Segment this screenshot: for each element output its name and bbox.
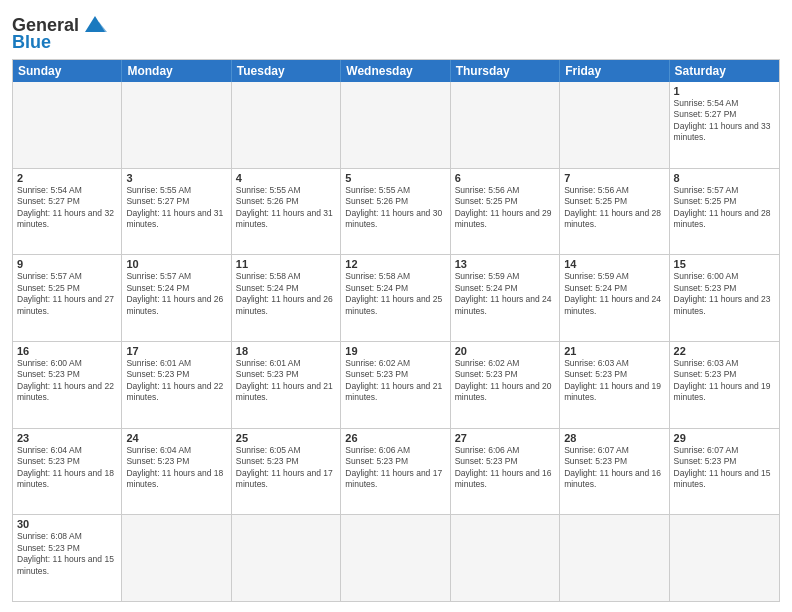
day-number: 23 (17, 432, 117, 444)
calendar-cell-w4-d3: 26Sunrise: 6:06 AM Sunset: 5:23 PM Dayli… (341, 429, 450, 515)
calendar-cell-w2-d1: 10Sunrise: 5:57 AM Sunset: 5:24 PM Dayli… (122, 255, 231, 341)
day-number: 3 (126, 172, 226, 184)
logo: General Blue (12, 10, 109, 53)
calendar-cell-w5-d2 (232, 515, 341, 601)
calendar-cell-w4-d5: 28Sunrise: 6:07 AM Sunset: 5:23 PM Dayli… (560, 429, 669, 515)
day-number: 21 (564, 345, 664, 357)
calendar-cell-w1-d5: 7Sunrise: 5:56 AM Sunset: 5:25 PM Daylig… (560, 169, 669, 255)
day-number: 7 (564, 172, 664, 184)
cell-text: Sunrise: 5:57 AM Sunset: 5:24 PM Dayligh… (126, 271, 226, 317)
day-number: 18 (236, 345, 336, 357)
cell-text: Sunrise: 6:01 AM Sunset: 5:23 PM Dayligh… (236, 358, 336, 404)
day-number: 9 (17, 258, 117, 270)
day-number: 17 (126, 345, 226, 357)
calendar-cell-w0-d0 (13, 82, 122, 168)
day-number: 11 (236, 258, 336, 270)
cell-text: Sunrise: 6:00 AM Sunset: 5:23 PM Dayligh… (17, 358, 117, 404)
day-number: 22 (674, 345, 775, 357)
day-number: 15 (674, 258, 775, 270)
cell-text: Sunrise: 5:54 AM Sunset: 5:27 PM Dayligh… (17, 185, 117, 231)
header-day-tuesday: Tuesday (232, 60, 341, 82)
calendar-cell-w3-d3: 19Sunrise: 6:02 AM Sunset: 5:23 PM Dayli… (341, 342, 450, 428)
cell-text: Sunrise: 5:56 AM Sunset: 5:25 PM Dayligh… (455, 185, 555, 231)
day-number: 25 (236, 432, 336, 444)
page: General Blue SundayMondayTuesdayWednesda… (0, 0, 792, 612)
logo-blue-text: Blue (12, 32, 51, 53)
calendar-cell-w4-d1: 24Sunrise: 6:04 AM Sunset: 5:23 PM Dayli… (122, 429, 231, 515)
cell-text: Sunrise: 6:03 AM Sunset: 5:23 PM Dayligh… (564, 358, 664, 404)
cell-text: Sunrise: 5:58 AM Sunset: 5:24 PM Dayligh… (236, 271, 336, 317)
cell-text: Sunrise: 5:57 AM Sunset: 5:25 PM Dayligh… (17, 271, 117, 317)
cell-text: Sunrise: 6:00 AM Sunset: 5:23 PM Dayligh… (674, 271, 775, 317)
calendar-cell-w2-d5: 14Sunrise: 5:59 AM Sunset: 5:24 PM Dayli… (560, 255, 669, 341)
calendar-cell-w4-d0: 23Sunrise: 6:04 AM Sunset: 5:23 PM Dayli… (13, 429, 122, 515)
day-number: 8 (674, 172, 775, 184)
calendar-cell-w0-d3 (341, 82, 450, 168)
day-number: 26 (345, 432, 445, 444)
cell-text: Sunrise: 5:57 AM Sunset: 5:25 PM Dayligh… (674, 185, 775, 231)
calendar-cell-w5-d5 (560, 515, 669, 601)
calendar: SundayMondayTuesdayWednesdayThursdayFrid… (12, 59, 780, 602)
cell-text: Sunrise: 6:03 AM Sunset: 5:23 PM Dayligh… (674, 358, 775, 404)
cell-text: Sunrise: 5:59 AM Sunset: 5:24 PM Dayligh… (455, 271, 555, 317)
header-day-saturday: Saturday (670, 60, 779, 82)
cell-text: Sunrise: 5:56 AM Sunset: 5:25 PM Dayligh… (564, 185, 664, 231)
cell-text: Sunrise: 6:05 AM Sunset: 5:23 PM Dayligh… (236, 445, 336, 491)
cell-text: Sunrise: 5:55 AM Sunset: 5:26 PM Dayligh… (345, 185, 445, 231)
calendar-body: 1Sunrise: 5:54 AM Sunset: 5:27 PM Daylig… (13, 82, 779, 601)
cell-text: Sunrise: 6:06 AM Sunset: 5:23 PM Dayligh… (455, 445, 555, 491)
day-number: 10 (126, 258, 226, 270)
calendar-cell-w1-d2: 4Sunrise: 5:55 AM Sunset: 5:26 PM Daylig… (232, 169, 341, 255)
day-number: 19 (345, 345, 445, 357)
day-number: 27 (455, 432, 555, 444)
calendar-cell-w5-d6 (670, 515, 779, 601)
cell-text: Sunrise: 5:59 AM Sunset: 5:24 PM Dayligh… (564, 271, 664, 317)
calendar-cell-w2-d4: 13Sunrise: 5:59 AM Sunset: 5:24 PM Dayli… (451, 255, 560, 341)
day-number: 6 (455, 172, 555, 184)
calendar-cell-w0-d5 (560, 82, 669, 168)
cell-text: Sunrise: 6:08 AM Sunset: 5:23 PM Dayligh… (17, 531, 117, 577)
calendar-cell-w1-d3: 5Sunrise: 5:55 AM Sunset: 5:26 PM Daylig… (341, 169, 450, 255)
day-number: 24 (126, 432, 226, 444)
cell-text: Sunrise: 6:02 AM Sunset: 5:23 PM Dayligh… (345, 358, 445, 404)
day-number: 13 (455, 258, 555, 270)
day-number: 4 (236, 172, 336, 184)
calendar-cell-w4-d6: 29Sunrise: 6:07 AM Sunset: 5:23 PM Dayli… (670, 429, 779, 515)
cell-text: Sunrise: 5:55 AM Sunset: 5:27 PM Dayligh… (126, 185, 226, 231)
calendar-cell-w3-d5: 21Sunrise: 6:03 AM Sunset: 5:23 PM Dayli… (560, 342, 669, 428)
day-number: 29 (674, 432, 775, 444)
calendar-cell-w5-d0: 30Sunrise: 6:08 AM Sunset: 5:23 PM Dayli… (13, 515, 122, 601)
logo-blue-icon (81, 14, 109, 36)
calendar-cell-w0-d6: 1Sunrise: 5:54 AM Sunset: 5:27 PM Daylig… (670, 82, 779, 168)
cell-text: Sunrise: 6:06 AM Sunset: 5:23 PM Dayligh… (345, 445, 445, 491)
calendar-cell-w3-d6: 22Sunrise: 6:03 AM Sunset: 5:23 PM Dayli… (670, 342, 779, 428)
calendar-header: SundayMondayTuesdayWednesdayThursdayFrid… (13, 60, 779, 82)
header-day-monday: Monday (122, 60, 231, 82)
header-day-sunday: Sunday (13, 60, 122, 82)
calendar-cell-w5-d4 (451, 515, 560, 601)
calendar-cell-w3-d0: 16Sunrise: 6:00 AM Sunset: 5:23 PM Dayli… (13, 342, 122, 428)
cell-text: Sunrise: 6:01 AM Sunset: 5:23 PM Dayligh… (126, 358, 226, 404)
day-number: 30 (17, 518, 117, 530)
calendar-cell-w1-d6: 8Sunrise: 5:57 AM Sunset: 5:25 PM Daylig… (670, 169, 779, 255)
calendar-cell-w4-d2: 25Sunrise: 6:05 AM Sunset: 5:23 PM Dayli… (232, 429, 341, 515)
calendar-cell-w0-d4 (451, 82, 560, 168)
day-number: 12 (345, 258, 445, 270)
calendar-cell-w5-d3 (341, 515, 450, 601)
day-number: 14 (564, 258, 664, 270)
cell-text: Sunrise: 6:02 AM Sunset: 5:23 PM Dayligh… (455, 358, 555, 404)
calendar-cell-w1-d4: 6Sunrise: 5:56 AM Sunset: 5:25 PM Daylig… (451, 169, 560, 255)
calendar-week-0: 1Sunrise: 5:54 AM Sunset: 5:27 PM Daylig… (13, 82, 779, 168)
calendar-cell-w1-d1: 3Sunrise: 5:55 AM Sunset: 5:27 PM Daylig… (122, 169, 231, 255)
calendar-cell-w2-d3: 12Sunrise: 5:58 AM Sunset: 5:24 PM Dayli… (341, 255, 450, 341)
header: General Blue (12, 10, 780, 53)
calendar-cell-w3-d1: 17Sunrise: 6:01 AM Sunset: 5:23 PM Dayli… (122, 342, 231, 428)
day-number: 16 (17, 345, 117, 357)
cell-text: Sunrise: 6:04 AM Sunset: 5:23 PM Dayligh… (17, 445, 117, 491)
calendar-cell-w2-d2: 11Sunrise: 5:58 AM Sunset: 5:24 PM Dayli… (232, 255, 341, 341)
calendar-cell-w2-d0: 9Sunrise: 5:57 AM Sunset: 5:25 PM Daylig… (13, 255, 122, 341)
calendar-cell-w3-d2: 18Sunrise: 6:01 AM Sunset: 5:23 PM Dayli… (232, 342, 341, 428)
calendar-week-2: 9Sunrise: 5:57 AM Sunset: 5:25 PM Daylig… (13, 254, 779, 341)
day-number: 2 (17, 172, 117, 184)
calendar-cell-w5-d1 (122, 515, 231, 601)
